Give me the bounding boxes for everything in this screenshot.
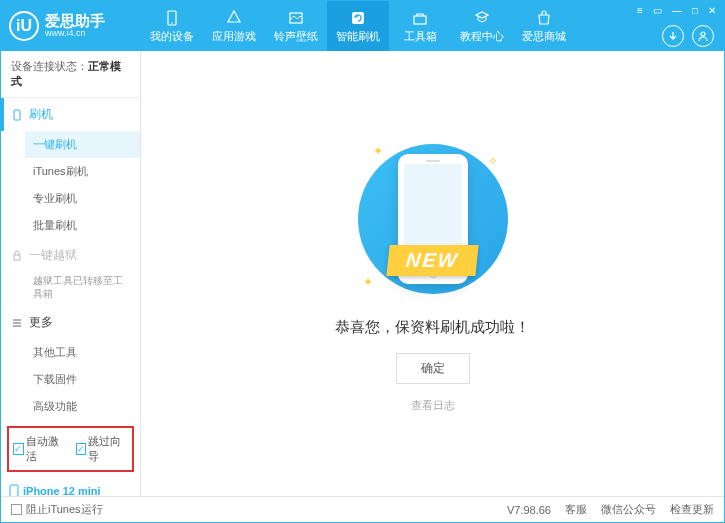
checkbox-highlighted-row: ✓自动激活 ✓跳过向导 bbox=[7, 426, 134, 472]
maximize-button[interactable]: □ bbox=[690, 5, 700, 16]
nav-ringtones[interactable]: 铃声壁纸 bbox=[265, 1, 327, 51]
svg-point-1 bbox=[171, 22, 173, 24]
device-status: 设备连接状态：正常模式 bbox=[1, 51, 140, 98]
wechat-link[interactable]: 微信公众号 bbox=[601, 502, 656, 517]
svg-rect-3 bbox=[352, 12, 364, 24]
checkbox-label: 自动激活 bbox=[26, 434, 66, 464]
apps-icon bbox=[225, 9, 243, 27]
titlebar: iU 爱思助手 www.i4.cn 我的设备 应用游戏 铃声壁纸 智能刷机 bbox=[1, 1, 724, 51]
sidebar-section-flash[interactable]: 刷机 bbox=[1, 98, 140, 131]
customer-service-link[interactable]: 客服 bbox=[565, 502, 587, 517]
sidebar-section-more[interactable]: 更多 bbox=[1, 306, 140, 339]
sidebar-item-oneclick-flash[interactable]: 一键刷机 bbox=[25, 131, 140, 158]
flash-icon bbox=[349, 9, 367, 27]
nav-flash[interactable]: 智能刷机 bbox=[327, 1, 389, 51]
tutorial-icon bbox=[473, 9, 491, 27]
block-itunes-checkbox[interactable]: 阻止iTunes运行 bbox=[11, 502, 103, 517]
minimize-button[interactable]: — bbox=[670, 5, 684, 16]
nav-label: 应用游戏 bbox=[212, 29, 256, 44]
status-label: 设备连接状态： bbox=[11, 60, 88, 72]
app-url: www.i4.cn bbox=[45, 29, 105, 39]
nav-my-device[interactable]: 我的设备 bbox=[141, 1, 203, 51]
wallpaper-icon bbox=[287, 9, 305, 27]
nav-toolbox[interactable]: 工具箱 bbox=[389, 1, 451, 51]
phone-icon bbox=[9, 484, 19, 496]
jailbreak-note: 越狱工具已转移至工具箱 bbox=[25, 272, 140, 306]
main-content: ✦ ✧ ✦ NEW 恭喜您，保资料刷机成功啦！ 确定 查看日志 bbox=[141, 51, 724, 496]
more-icon bbox=[11, 317, 23, 329]
sidebar: 设备连接状态：正常模式 刷机 一键刷机 iTunes刷机 专业刷机 批量刷机 一… bbox=[1, 51, 141, 496]
nav-store[interactable]: 爱思商城 bbox=[513, 1, 575, 51]
lock-icon bbox=[11, 250, 23, 262]
checkbox-label: 跳过向导 bbox=[88, 434, 128, 464]
footer: 阻止iTunes运行 V7.98.66 客服 微信公众号 检查更新 bbox=[1, 496, 724, 522]
new-ribbon: NEW bbox=[387, 245, 479, 276]
window-controls: ≡ ▭ — □ ✕ bbox=[635, 5, 718, 16]
nav-label: 爱思商城 bbox=[522, 29, 566, 44]
flash-section-icon bbox=[11, 109, 23, 121]
logo-icon: iU bbox=[9, 11, 39, 41]
checkbox-label: 阻止iTunes运行 bbox=[26, 502, 103, 517]
menu-button[interactable]: ≡ bbox=[635, 5, 645, 16]
svg-rect-4 bbox=[414, 16, 426, 24]
download-button[interactable] bbox=[662, 25, 684, 47]
ok-button[interactable]: 确定 bbox=[396, 353, 470, 384]
nav-label: 我的设备 bbox=[150, 29, 194, 44]
svg-rect-8 bbox=[10, 485, 18, 496]
nav-label: 智能刷机 bbox=[336, 29, 380, 44]
section-label: 一键越狱 bbox=[29, 247, 77, 264]
version-label: V7.98.66 bbox=[507, 504, 551, 516]
skip-setup-checkbox[interactable]: ✓跳过向导 bbox=[76, 434, 129, 464]
nav-apps[interactable]: 应用游戏 bbox=[203, 1, 265, 51]
success-message: 恭喜您，保资料刷机成功啦！ bbox=[335, 318, 530, 337]
view-log-link[interactable]: 查看日志 bbox=[411, 398, 455, 413]
svg-rect-6 bbox=[14, 110, 20, 120]
phone-icon bbox=[163, 9, 181, 27]
device-name: iPhone 12 mini bbox=[9, 484, 132, 496]
success-illustration: ✦ ✧ ✦ NEW bbox=[343, 134, 523, 304]
nav-tabs: 我的设备 应用游戏 铃声壁纸 智能刷机 工具箱 教程中心 bbox=[141, 1, 575, 51]
check-update-link[interactable]: 检查更新 bbox=[670, 502, 714, 517]
sidebar-section-jailbreak: 一键越狱 bbox=[1, 239, 140, 272]
sidebar-item-itunes-flash[interactable]: iTunes刷机 bbox=[25, 158, 140, 185]
auto-activate-checkbox[interactable]: ✓自动激活 bbox=[13, 434, 66, 464]
section-label: 刷机 bbox=[29, 106, 53, 123]
close-button[interactable]: ✕ bbox=[706, 5, 718, 16]
device-info-box[interactable]: iPhone 12 mini 64GB Down-12mini-13,1 bbox=[1, 478, 140, 496]
store-icon bbox=[535, 9, 553, 27]
nav-label: 铃声壁纸 bbox=[274, 29, 318, 44]
logo-area: iU 爱思助手 www.i4.cn bbox=[1, 11, 141, 41]
sidebar-item-advanced[interactable]: 高级功能 bbox=[25, 393, 140, 420]
sidebar-item-other-tools[interactable]: 其他工具 bbox=[25, 339, 140, 366]
toolbox-icon bbox=[411, 9, 429, 27]
nav-label: 工具箱 bbox=[404, 29, 437, 44]
sidebar-item-pro-flash[interactable]: 专业刷机 bbox=[25, 185, 140, 212]
nav-label: 教程中心 bbox=[460, 29, 504, 44]
svg-point-5 bbox=[701, 32, 705, 36]
app-name: 爱思助手 bbox=[45, 13, 105, 30]
nav-tutorial[interactable]: 教程中心 bbox=[451, 1, 513, 51]
sidebar-item-download-firmware[interactable]: 下载固件 bbox=[25, 366, 140, 393]
user-button[interactable] bbox=[692, 25, 714, 47]
svg-rect-7 bbox=[14, 255, 20, 260]
section-label: 更多 bbox=[29, 314, 53, 331]
app-window: iU 爱思助手 www.i4.cn 我的设备 应用游戏 铃声壁纸 智能刷机 bbox=[0, 0, 725, 523]
sidebar-item-batch-flash[interactable]: 批量刷机 bbox=[25, 212, 140, 239]
skin-button[interactable]: ▭ bbox=[651, 5, 664, 16]
